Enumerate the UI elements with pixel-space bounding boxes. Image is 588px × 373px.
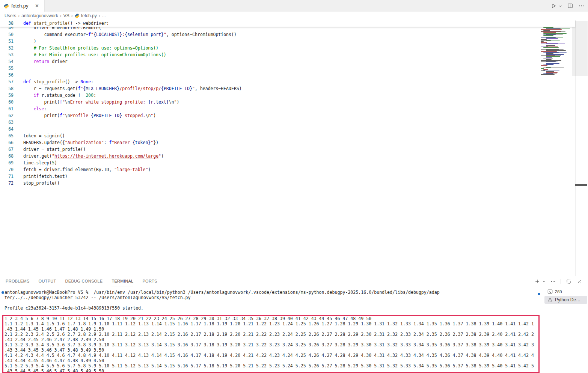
code-line: 66HEADERS.update({"Authorization": f"Bea… — [0, 139, 588, 146]
code-line: 57def stop_profile() -> None: — [0, 78, 588, 85]
code-text: # For Mimic profiles use: options=Chromi… — [23, 51, 166, 58]
code-text: # For Stealthfox profiles use: options=O… — [23, 45, 158, 51]
breadcrumb-item--[interactable]: ... — [102, 13, 106, 18]
split-editor-button[interactable] — [566, 2, 574, 10]
code-line: 62 print(f"\nProfile {PROFILE_ID} stoppe… — [0, 112, 588, 119]
code-editor[interactable]: 49 driver = webdriver.Remote(50 command_… — [0, 20, 588, 276]
terminal-list-item-label: Python De… — [555, 297, 580, 302]
line-number: 63 — [0, 119, 14, 126]
line-number: 68 — [0, 153, 14, 159]
run-dropdown-chevron-icon[interactable] — [558, 2, 562, 10]
breadcrumb-item-vs[interactable]: VS — [63, 13, 69, 18]
tab-close-icon[interactable]: ✕ — [34, 3, 41, 9]
line-number: 54 — [0, 58, 14, 65]
panel-more-actions-button[interactable] — [549, 278, 557, 285]
code-line: 69time.sleep(5) — [0, 159, 588, 166]
breadcrumb-item-fetch-py[interactable]: fetch.py — [75, 13, 97, 18]
sticky-scroll-line[interactable]: 38def start_profile() -> webdriver: — [0, 20, 575, 27]
code-text: time.sleep(5) — [23, 159, 57, 166]
line-number: 57 — [0, 78, 14, 85]
code-line: 65token = signin() — [0, 132, 588, 139]
code-line: 51 ) — [0, 38, 588, 45]
line-number: 64 — [0, 126, 14, 132]
code-text: ) — [23, 38, 36, 45]
code-line: 53 # For Mimic profiles use: options=Chr… — [0, 51, 588, 58]
editor-actions — [550, 0, 585, 12]
code-text: driver.get("https://the-internet.herokua… — [23, 153, 164, 159]
line-number: 61 — [0, 105, 14, 112]
code-text: print(fetch.text) — [23, 173, 68, 180]
scrollbar-slider[interactable] — [572, 21, 588, 76]
panel-actions — [534, 277, 583, 286]
minimap-line — [541, 65, 547, 66]
terminal-profile-chevron-icon[interactable] — [542, 278, 546, 285]
code-line: 60 print(f"\nError while stopping profil… — [0, 99, 588, 105]
code-line: 72stop_profile() — [0, 180, 588, 186]
terminal-list-item-python-de-[interactable]: Python De… — [544, 296, 587, 304]
line-number: 62 — [0, 112, 14, 119]
tab-label: fetch.py — [11, 3, 29, 9]
code-line: 56 — [0, 72, 588, 78]
maximize-panel-button[interactable] — [565, 278, 572, 285]
panel-tab-terminal[interactable]: TERMINAL — [112, 277, 133, 286]
minimap-line — [543, 68, 564, 68]
minimap-line — [546, 62, 558, 62]
code-text: r = requests.get(f"{MLX_LAUNCHER}/profil… — [23, 85, 242, 92]
code-text: command_executor=f"{LOCALHOST}:{selenium… — [23, 31, 237, 38]
breadcrumb: Users›antonlagunovwork›VS›fetch.py›... — [0, 12, 588, 20]
tab-fetch-py[interactable]: fetch.py ✕ — [0, 0, 45, 12]
code-line: 50 command_executor=f"{LOCALHOST}:{selen… — [0, 31, 588, 38]
minimap-line — [541, 44, 565, 44]
panel-tab-problems[interactable]: PROBLEMS — [6, 277, 30, 286]
terminal-list-item-zsh[interactable]: zsh — [544, 287, 587, 296]
minimap-line — [546, 57, 552, 58]
minimap-line — [543, 47, 559, 48]
code-text: stop_profile() — [23, 180, 60, 186]
code-line: 70fetch = driver.find_element(By.ID, "la… — [0, 166, 588, 173]
line-number: 53 — [0, 51, 14, 58]
line-number: 55 — [0, 65, 14, 72]
panel-tab-ports[interactable]: PORTS — [142, 277, 157, 286]
sticky-code-line: 38def start_profile() -> webdriver: — [0, 20, 575, 27]
code-text: fetch = driver.find_element(By.ID, "larg… — [23, 166, 151, 173]
minimap-line — [541, 74, 555, 75]
breadcrumb-separator: › — [99, 13, 100, 18]
overview-ruler-cursor-mark — [575, 184, 587, 186]
more-actions-button[interactable] — [577, 2, 585, 10]
breadcrumb-separator: › — [18, 13, 20, 18]
line-number: 67 — [0, 146, 14, 153]
breadcrumb-item-users[interactable]: Users — [5, 13, 16, 18]
code-line: 67driver = start_profile() — [0, 146, 588, 153]
close-panel-button[interactable] — [575, 278, 583, 285]
code-line: 64 — [0, 126, 588, 132]
line-number: 56 — [0, 72, 14, 78]
line-number: 60 — [0, 99, 14, 105]
python-file-icon — [4, 3, 9, 9]
terminal-tabs-list: zshPython De… — [543, 287, 588, 373]
code-text: print(f"\nError while stopping profile: … — [23, 99, 179, 105]
python-file-icon — [75, 14, 80, 18]
code-line: 54 return driver — [0, 58, 588, 65]
line-number: 65 — [0, 132, 14, 139]
code-text: if r.status_code != 200: — [23, 92, 96, 99]
panel-tab-output[interactable]: OUTPUT — [39, 277, 56, 286]
command-decoration-dot[interactable] — [2, 291, 4, 294]
new-terminal-button[interactable] — [534, 278, 541, 285]
line-number: 71 — [0, 173, 14, 180]
line-number: 50 — [0, 31, 14, 38]
line-number: 66 — [0, 139, 14, 146]
code-line: 63 — [0, 119, 588, 126]
breadcrumb-separator: › — [71, 13, 73, 18]
breadcrumb-separator: › — [60, 13, 62, 18]
run-python-file-button[interactable] — [550, 2, 557, 10]
terminal-line: antonlagunovwork@MacBookPro VS % /usr/bi… — [5, 290, 440, 295]
line-number: 52 — [0, 45, 14, 51]
terminal-icon — [547, 289, 553, 294]
editor-tab-bar: fetch.py ✕ — [0, 0, 588, 12]
code-text: HEADERS.update({"Authorization": f"Beare… — [23, 139, 158, 146]
line-number: 70 — [0, 166, 14, 173]
code-line: 61 else: — [0, 105, 588, 112]
breadcrumb-item-antonlagunovwork[interactable]: antonlagunovwork — [21, 13, 58, 18]
panel-tab-debug-console[interactable]: DEBUG CONSOLE — [65, 277, 103, 286]
terminal-line: ter/../../debugpy/launcher 53742 -- /Use… — [5, 295, 191, 300]
